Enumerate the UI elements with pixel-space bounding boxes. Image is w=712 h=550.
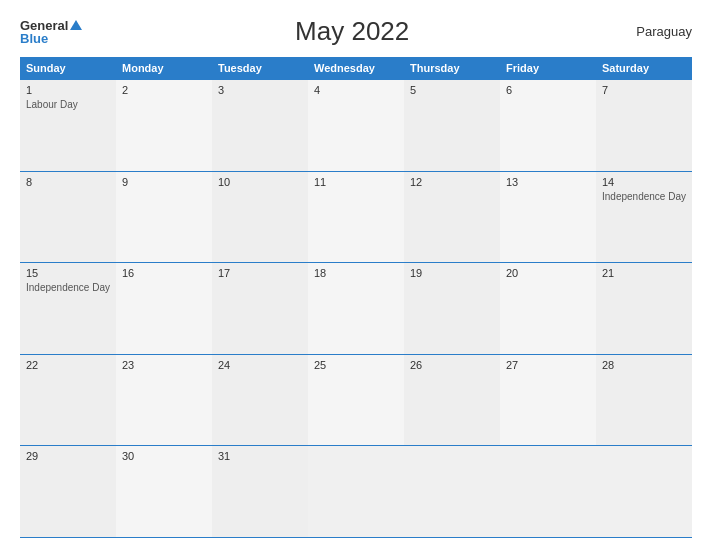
day-cell-0-6: 7 — [596, 80, 692, 171]
day-cell-1-2: 10 — [212, 172, 308, 263]
header-tuesday: Tuesday — [212, 57, 308, 79]
day-cell-4-2: 31 — [212, 446, 308, 537]
day-cell-2-2: 17 — [212, 263, 308, 354]
week-row-4: 293031 — [20, 446, 692, 538]
day-cell-1-3: 11 — [308, 172, 404, 263]
logo-general-text: General — [20, 19, 68, 32]
calendar: Sunday Monday Tuesday Wednesday Thursday… — [20, 57, 692, 538]
holiday-label: Independence Day — [26, 281, 110, 294]
day-number: 14 — [602, 176, 686, 188]
day-number: 18 — [314, 267, 398, 279]
calendar-header: Sunday Monday Tuesday Wednesday Thursday… — [20, 57, 692, 79]
day-number: 12 — [410, 176, 494, 188]
day-number: 4 — [314, 84, 398, 96]
day-number: 23 — [122, 359, 206, 371]
day-cell-3-0: 22 — [20, 355, 116, 446]
day-cell-2-1: 16 — [116, 263, 212, 354]
logo: General Blue — [20, 19, 82, 45]
header-thursday: Thursday — [404, 57, 500, 79]
day-number: 20 — [506, 267, 590, 279]
day-number: 1 — [26, 84, 110, 96]
day-cell-1-6: 14Independence Day — [596, 172, 692, 263]
day-number: 2 — [122, 84, 206, 96]
day-cell-0-0: 1Labour Day — [20, 80, 116, 171]
day-number: 7 — [602, 84, 686, 96]
header-sunday: Sunday — [20, 57, 116, 79]
calendar-title: May 2022 — [82, 16, 622, 47]
day-cell-2-6: 21 — [596, 263, 692, 354]
day-number: 22 — [26, 359, 110, 371]
week-row-0: 1Labour Day234567 — [20, 79, 692, 172]
week-row-3: 22232425262728 — [20, 355, 692, 447]
day-number: 8 — [26, 176, 110, 188]
day-cell-4-5 — [500, 446, 596, 537]
day-cell-1-5: 13 — [500, 172, 596, 263]
day-cell-3-4: 26 — [404, 355, 500, 446]
day-number: 27 — [506, 359, 590, 371]
day-number: 9 — [122, 176, 206, 188]
day-cell-1-4: 12 — [404, 172, 500, 263]
day-number: 15 — [26, 267, 110, 279]
day-number: 13 — [506, 176, 590, 188]
day-number: 25 — [314, 359, 398, 371]
day-cell-2-0: 15Independence Day — [20, 263, 116, 354]
header-saturday: Saturday — [596, 57, 692, 79]
day-cell-3-1: 23 — [116, 355, 212, 446]
header-monday: Monday — [116, 57, 212, 79]
day-number: 24 — [218, 359, 302, 371]
header-wednesday: Wednesday — [308, 57, 404, 79]
day-cell-1-1: 9 — [116, 172, 212, 263]
day-cell-3-3: 25 — [308, 355, 404, 446]
day-cell-0-4: 5 — [404, 80, 500, 171]
day-number: 10 — [218, 176, 302, 188]
calendar-body: 1Labour Day234567891011121314Independenc… — [20, 79, 692, 538]
day-cell-3-6: 28 — [596, 355, 692, 446]
header: General Blue May 2022 Paraguay — [20, 16, 692, 47]
day-cell-1-0: 8 — [20, 172, 116, 263]
calendar-page: General Blue May 2022 Paraguay Sunday Mo… — [0, 0, 712, 550]
day-cell-0-2: 3 — [212, 80, 308, 171]
day-cell-2-3: 18 — [308, 263, 404, 354]
day-cell-4-0: 29 — [20, 446, 116, 537]
day-number: 31 — [218, 450, 302, 462]
holiday-label: Independence Day — [602, 190, 686, 203]
day-cell-0-3: 4 — [308, 80, 404, 171]
day-number: 6 — [506, 84, 590, 96]
day-number: 30 — [122, 450, 206, 462]
day-cell-2-4: 19 — [404, 263, 500, 354]
day-cell-4-4 — [404, 446, 500, 537]
logo-blue-text: Blue — [20, 32, 82, 45]
day-cell-4-6 — [596, 446, 692, 537]
day-number: 11 — [314, 176, 398, 188]
day-cell-3-5: 27 — [500, 355, 596, 446]
day-number: 21 — [602, 267, 686, 279]
day-number: 16 — [122, 267, 206, 279]
header-friday: Friday — [500, 57, 596, 79]
day-cell-4-1: 30 — [116, 446, 212, 537]
day-cell-3-2: 24 — [212, 355, 308, 446]
day-cell-4-3 — [308, 446, 404, 537]
day-number: 26 — [410, 359, 494, 371]
day-number: 3 — [218, 84, 302, 96]
day-number: 5 — [410, 84, 494, 96]
logo-triangle-icon — [70, 20, 82, 30]
day-cell-0-1: 2 — [116, 80, 212, 171]
day-number: 19 — [410, 267, 494, 279]
day-number: 28 — [602, 359, 686, 371]
country-label: Paraguay — [622, 24, 692, 39]
week-row-1: 891011121314Independence Day — [20, 172, 692, 264]
week-row-2: 15Independence Day161718192021 — [20, 263, 692, 355]
day-cell-0-5: 6 — [500, 80, 596, 171]
day-number: 17 — [218, 267, 302, 279]
day-number: 29 — [26, 450, 110, 462]
day-cell-2-5: 20 — [500, 263, 596, 354]
holiday-label: Labour Day — [26, 98, 110, 111]
